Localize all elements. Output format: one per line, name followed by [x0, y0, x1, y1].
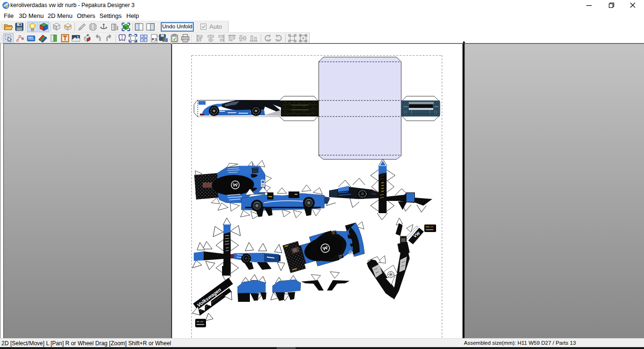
svg-text:90: 90: [276, 39, 280, 42]
svg-text:P.1: P.1: [152, 37, 157, 42]
svg-text:90: 90: [267, 39, 271, 42]
